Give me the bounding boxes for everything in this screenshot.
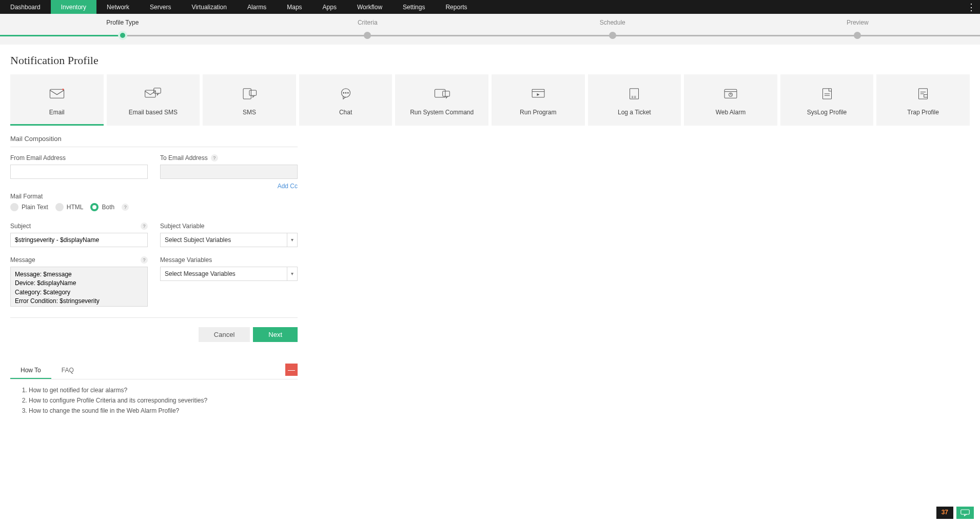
radio-plain-text[interactable]: Plain Text	[10, 203, 48, 211]
step-dot[interactable]	[609, 32, 616, 39]
sms-icon	[241, 83, 258, 104]
page-title: Notification Profile	[0, 45, 980, 74]
step-label-schedule[interactable]: Schedule	[490, 19, 735, 26]
message-label: Message	[10, 256, 35, 264]
subject-input[interactable]	[10, 233, 148, 247]
nav-tab-virtualization[interactable]: Virtualization	[181, 0, 237, 14]
profile-type-email[interactable]: Email	[10, 74, 104, 126]
nav-tab-maps[interactable]: Maps	[277, 0, 312, 14]
web-alarm-icon	[722, 83, 739, 104]
help-tab-faq[interactable]: FAQ	[51, 363, 84, 379]
svg-rect-0	[50, 89, 64, 98]
nav-tab-dashboard[interactable]: Dashboard	[0, 0, 51, 14]
svg-rect-5	[249, 90, 257, 95]
help-icon[interactable]: ?	[122, 204, 129, 211]
subject-variable-label: Subject Variable	[160, 223, 298, 230]
nav-tab-settings[interactable]: Settings	[393, 0, 435, 14]
step-label-criteria[interactable]: Criteria	[245, 19, 491, 26]
nav-tab-servers[interactable]: Servers	[140, 0, 181, 14]
help-item[interactable]: How to change the sound file in the Web …	[29, 407, 287, 414]
svg-point-7	[343, 92, 344, 93]
section-title: Mail Composition	[10, 135, 298, 147]
profile-type-email-based-sms[interactable]: Email based SMS	[107, 74, 200, 126]
subject-variable-select[interactable]: Select Subject Variables ▾	[160, 233, 298, 247]
chevron-down-icon: ▾	[287, 233, 297, 247]
svg-rect-12	[532, 89, 544, 97]
svg-rect-3	[154, 88, 161, 93]
radio-both[interactable]: Both	[90, 203, 114, 211]
step-dot[interactable]	[854, 32, 861, 39]
profile-type-run-program[interactable]: Run Program	[492, 74, 585, 126]
help-icon[interactable]: ?	[141, 223, 148, 230]
add-cc-link[interactable]: Add Cc	[278, 183, 298, 190]
step-label-profile-type[interactable]: Profile Type	[0, 19, 245, 26]
run-prog-icon	[530, 83, 547, 104]
step-dot[interactable]	[364, 32, 371, 39]
help-box: How To FAQ — How to get notified for cle…	[10, 363, 298, 425]
nav-tab-reports[interactable]: Reports	[435, 0, 477, 14]
divider	[10, 317, 298, 318]
step-dot[interactable]	[118, 31, 127, 40]
message-variable-select[interactable]: Select Message Variables ▾	[160, 267, 298, 281]
help-icon[interactable]: ?	[211, 154, 218, 162]
ticket-icon	[625, 83, 643, 104]
help-icon[interactable]: ?	[141, 256, 148, 264]
svg-rect-28	[924, 94, 928, 97]
subject-label: Subject	[10, 223, 31, 230]
chevron-down-icon: ▾	[287, 267, 297, 280]
mail-format-radios: Plain Text HTML Both ?	[10, 203, 298, 211]
nav-tab-apps[interactable]: Apps	[312, 0, 347, 14]
mail-format-label: Mail Format	[10, 193, 298, 200]
help-item[interactable]: How to configure Profile Criteria and it…	[29, 397, 287, 404]
email-sms-icon	[144, 83, 162, 104]
nav-tab-network[interactable]: Network	[96, 0, 140, 14]
message-textarea[interactable]	[10, 267, 148, 307]
profile-type-log-a-ticket[interactable]: Log a Ticket	[588, 74, 681, 126]
nav-tab-inventory[interactable]: Inventory	[51, 0, 96, 14]
nav-more-icon[interactable]: ⋮	[967, 0, 976, 14]
cancel-button[interactable]: Cancel	[199, 327, 250, 342]
profile-type-trap-profile[interactable]: Trap Profile	[876, 74, 970, 126]
next-button[interactable]: Next	[253, 327, 298, 342]
stepper-track	[0, 35, 980, 36]
mail-composition-form: Mail Composition From Email Address To E…	[0, 126, 308, 434]
to-email-input[interactable]	[160, 165, 298, 179]
from-email-input[interactable]	[10, 165, 148, 179]
to-email-label: To Email Address ?	[160, 154, 298, 162]
profile-type-cards: EmailEmail based SMSSMSChatRun System Co…	[0, 74, 980, 126]
profile-type-sms[interactable]: SMS	[203, 74, 296, 126]
stepper-progress	[0, 35, 123, 36]
nav-tab-workflow[interactable]: Workflow	[347, 0, 393, 14]
profile-type-run-system-command[interactable]: Run System Command	[395, 74, 488, 126]
stepper: Profile TypeCriteriaSchedulePreview	[0, 14, 980, 45]
profile-type-syslog-profile[interactable]: SysLog Profile	[780, 74, 874, 126]
svg-point-1	[62, 88, 64, 90]
svg-point-8	[345, 92, 346, 93]
message-variables-label: Message Variables	[160, 256, 298, 264]
from-email-label: From Email Address	[10, 154, 148, 162]
top-nav: DashboardInventoryNetworkServersVirtuali…	[0, 0, 980, 14]
help-close-button[interactable]: —	[285, 364, 298, 376]
profile-type-web-alarm[interactable]: Web Alarm	[684, 74, 777, 126]
radio-html[interactable]: HTML	[55, 203, 84, 211]
email-icon	[48, 83, 66, 104]
svg-rect-11	[443, 91, 450, 96]
sys-cmd-icon	[433, 83, 450, 104]
step-label-preview[interactable]: Preview	[735, 19, 981, 26]
help-tab-howto[interactable]: How To	[10, 363, 51, 379]
svg-point-9	[347, 92, 348, 93]
chat-icon	[337, 83, 355, 104]
help-item[interactable]: How to get notified for clear alarms?	[29, 387, 287, 394]
nav-tab-alarms[interactable]: Alarms	[237, 0, 277, 14]
svg-rect-10	[435, 89, 445, 97]
syslog-icon	[818, 83, 836, 104]
profile-type-chat[interactable]: Chat	[299, 74, 393, 126]
trap-icon	[914, 83, 932, 104]
